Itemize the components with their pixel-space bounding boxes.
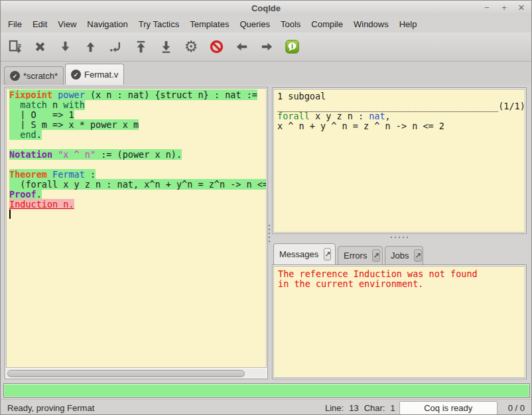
close-icon[interactable] [31, 38, 48, 56]
menu-edit[interactable]: Edit [27, 17, 52, 32]
editor-tabstrip: ✓*scratch*✓Fermat.v [1, 62, 531, 85]
backward-one-icon[interactable] [82, 38, 99, 56]
menu-navigation[interactable]: Navigation [82, 17, 133, 32]
text-cursor [9, 209, 11, 219]
menu-templates[interactable]: Templates [184, 17, 234, 32]
progress-bar [3, 383, 530, 398]
titlebar: CoqIde − + ✕ [1, 1, 531, 15]
code-line: Fixpoint power (x n : nat) {struct n} : … [9, 90, 266, 100]
check-icon: ✓ [71, 70, 81, 80]
code-line: match n with [9, 100, 266, 110]
about-icon[interactable]: i [283, 38, 300, 56]
messages-pane-frame: The reference Induction was not foundin … [272, 265, 527, 379]
goal-line: forall x y z n : nat, [277, 111, 525, 121]
horizontal-splitter[interactable] [391, 237, 408, 238]
code-line [9, 160, 266, 170]
svg-text:i: i [291, 42, 293, 50]
char-value: 1 [390, 403, 395, 413]
gear-icon[interactable]: ⚙ [182, 38, 200, 56]
code-line: (forall x y z n : nat, x^n + y^n = z^n -… [9, 180, 266, 190]
code-line: Induction n. [9, 200, 266, 209]
minimize-icon[interactable]: − [482, 1, 492, 15]
jobs-counter: 0 / 0 [508, 403, 525, 413]
forward-one-icon[interactable] [56, 38, 74, 56]
toolbar: ⚙i [1, 32, 531, 62]
tab-label: Jobs [391, 251, 409, 261]
go-to-end-icon[interactable] [157, 38, 174, 56]
code-line: Theorem Fermat : [9, 170, 266, 180]
line-label: Line: [325, 403, 344, 413]
goal-line: 1 subgoal [277, 91, 525, 101]
code-line: Proof. [9, 190, 266, 200]
close-icon[interactable]: ✕ [517, 1, 526, 15]
tab-errors[interactable]: Errors↗ [338, 246, 383, 265]
message-line: The reference Induction was not found [278, 269, 525, 279]
check-icon: ✓ [10, 71, 20, 81]
tab-messages[interactable]: Messages↗ [273, 243, 336, 265]
code-line [9, 140, 266, 150]
coq-state-indicator: Coq is ready [399, 401, 498, 415]
goals-pane-frame: 1 subgoal_______________________________… [272, 88, 527, 234]
statusbar: Ready, proving Fermat Line: 13 Char: 1 C… [1, 399, 531, 415]
go-to-start-icon[interactable] [132, 38, 149, 56]
message-line: in the current environment. [278, 279, 525, 289]
code-line [9, 209, 266, 219]
goal-line: x ^ n + y ^ n = z ^ n -> n <= 2 [277, 121, 525, 131]
code-line: Notation "x ^ n" := (power x n). [9, 150, 266, 160]
menu-try-tactics[interactable]: Try Tactics [133, 17, 184, 32]
forward-icon[interactable] [258, 38, 275, 56]
tab-jobs[interactable]: Jobs↗ [385, 246, 423, 265]
menubar: FileEditViewNavigationTry TacticsTemplat… [1, 15, 531, 32]
menu-windows[interactable]: Windows [348, 17, 394, 32]
menu-help[interactable]: Help [394, 17, 423, 32]
interrupt-icon[interactable] [208, 38, 225, 56]
tab-label: Errors [344, 251, 367, 261]
vertical-splitter[interactable] [269, 225, 270, 242]
detach-errors-icon[interactable]: ↗ [372, 249, 379, 262]
horizontal-scrollbar[interactable] [6, 369, 267, 378]
menu-queries[interactable]: Queries [234, 17, 275, 32]
code-line: | O => 1 [9, 110, 266, 120]
go-to-cursor-icon[interactable] [107, 38, 124, 56]
tab-label: *scratch* [23, 71, 58, 81]
goal-line: ________________________________________… [277, 101, 525, 111]
status-text: Ready, proving Fermat [7, 403, 94, 413]
script-pane-frame: Fixpoint power (x n : nat) {struct n} : … [5, 87, 268, 379]
char-label: Char: [364, 403, 385, 413]
window-controls: − + ✕ [482, 1, 526, 15]
tab-fermat-v[interactable]: ✓Fermat.v [65, 64, 124, 85]
detach-jobs-icon[interactable]: ↗ [414, 249, 421, 262]
tab-label: Messages [279, 249, 318, 259]
goals-view[interactable]: 1 subgoal_______________________________… [273, 89, 525, 233]
back-icon[interactable] [233, 38, 250, 56]
detach-messages-icon[interactable]: ↗ [324, 248, 331, 261]
scrollbar-thumb[interactable] [7, 370, 245, 377]
code-line: | S m => x * power x m [9, 120, 266, 130]
script-editor[interactable]: Fixpoint power (x n : nat) {struct n} : … [6, 88, 267, 368]
line-value: 13 [349, 403, 358, 413]
menu-view[interactable]: View [52, 17, 82, 32]
maximize-icon[interactable]: + [499, 1, 509, 15]
tab-label: Fermat.v [84, 70, 118, 80]
menu-tools[interactable]: Tools [275, 17, 306, 32]
code-line: end. [9, 130, 266, 140]
menu-file[interactable]: File [3, 17, 27, 32]
window-title: CoqIde [251, 3, 281, 13]
document-down-icon[interactable] [6, 38, 23, 56]
messages-view[interactable]: The reference Induction was not foundin … [273, 266, 525, 378]
menu-compile[interactable]: Compile [306, 17, 348, 32]
tab-scratch[interactable]: ✓*scratch* [4, 66, 64, 85]
